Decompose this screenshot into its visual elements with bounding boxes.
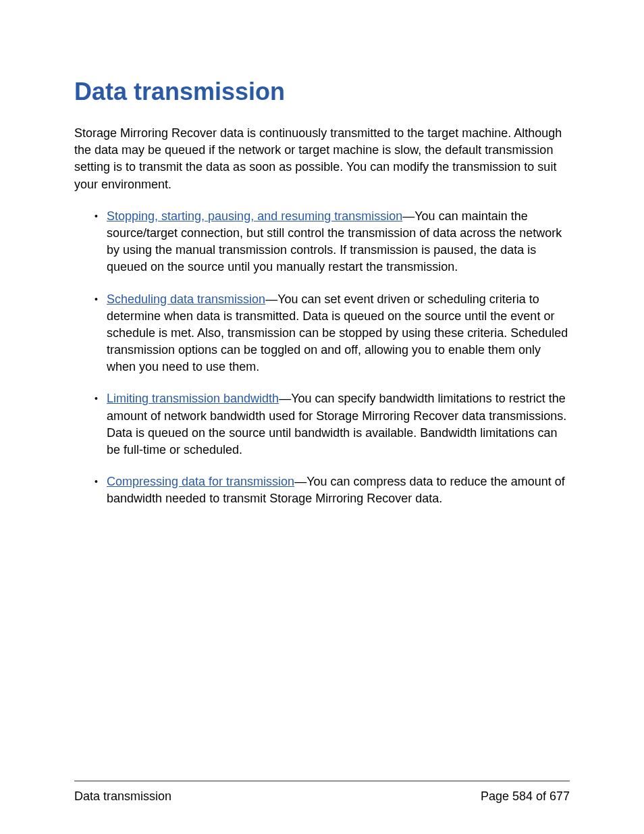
bullet-list: Stopping, starting, pausing, and resumin…: [74, 208, 570, 508]
page-footer: Data transmission Page 584 of 677: [74, 781, 570, 804]
list-item: Stopping, starting, pausing, and resumin…: [107, 208, 570, 276]
list-item: Compressing data for transmission—You ca…: [107, 473, 570, 507]
list-item: Limiting transmission bandwidth—You can …: [107, 390, 570, 459]
footer-title: Data transmission: [74, 789, 171, 804]
link-stopping-starting[interactable]: Stopping, starting, pausing, and resumin…: [107, 209, 402, 223]
footer-page-number: Page 584 of 677: [481, 789, 570, 804]
link-compressing[interactable]: Compressing data for transmission: [107, 475, 294, 488]
intro-paragraph: Storage Mirroring Recover data is contin…: [74, 125, 570, 193]
page-heading: Data transmission: [74, 78, 570, 106]
link-scheduling[interactable]: Scheduling data transmission: [107, 292, 265, 306]
link-limiting-bandwidth[interactable]: Limiting transmission bandwidth: [107, 392, 279, 405]
list-item: Scheduling data transmission—You can set…: [107, 291, 570, 376]
